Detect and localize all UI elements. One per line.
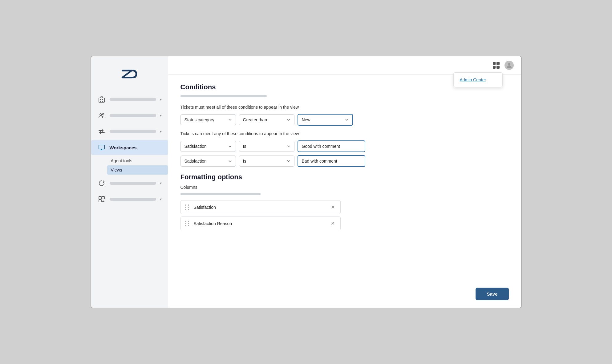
any-condition-row-0: Satisfaction Is	[180, 140, 509, 152]
svg-rect-11	[99, 200, 101, 202]
any-condition-value-1[interactable]	[298, 155, 365, 167]
drag-handle-0[interactable]	[185, 204, 190, 210]
sidebar-item-buildings[interactable]: ▾	[91, 92, 168, 107]
svg-rect-0	[99, 98, 104, 102]
any-condition-operator-0[interactable]: Is	[239, 141, 294, 152]
nav-item-label-bar	[110, 182, 156, 185]
sidebar-item-apps[interactable]: ▾	[91, 192, 168, 207]
any-condition-field-1[interactable]: Satisfaction	[180, 156, 236, 167]
nav-item-label-bar	[110, 130, 156, 133]
columns-bar	[180, 193, 261, 195]
grid-icon[interactable]	[493, 62, 500, 69]
svg-rect-10	[102, 196, 104, 199]
any-condition-field-0[interactable]: Satisfaction	[180, 141, 236, 152]
drag-handle-1[interactable]	[185, 221, 190, 226]
main-content: Admin Center Conditions Tickets must mee…	[168, 56, 521, 308]
sub-nav: Agent tools Views	[91, 156, 168, 175]
column-row-1: Satisfaction Reason ✕	[180, 216, 341, 230]
svg-rect-13	[102, 201, 104, 202]
svg-rect-2	[102, 99, 103, 100]
svg-rect-1	[100, 99, 101, 100]
svg-point-7	[102, 114, 104, 115]
logo	[91, 61, 168, 92]
all-condition-value-0[interactable]: New	[298, 114, 353, 126]
apps-icon	[97, 195, 106, 204]
sidebar-item-agent-tools[interactable]: Agent tools	[107, 156, 168, 165]
admin-center-link[interactable]: Admin Center	[460, 77, 486, 82]
topbar-icons	[493, 61, 514, 70]
svg-rect-9	[99, 196, 101, 199]
save-row: Save	[168, 281, 521, 308]
columns-label: Columns	[180, 185, 509, 190]
column-name-1: Satisfaction Reason	[194, 221, 330, 226]
sidebar-item-views[interactable]: Views	[107, 165, 168, 175]
chevron-down-icon: ▾	[160, 129, 162, 134]
column-remove-0[interactable]: ✕	[330, 204, 336, 211]
chevron-down-icon: ▾	[160, 181, 162, 185]
channels-icon	[97, 127, 106, 136]
nav-item-label-bar	[110, 114, 156, 117]
column-name-0: Satisfaction	[194, 205, 330, 210]
formatting-heading: Formatting options	[180, 173, 509, 181]
svg-point-6	[100, 114, 102, 115]
any-conditions-desc: Tickets can meet any of these conditions…	[180, 131, 509, 136]
svg-rect-3	[100, 101, 101, 102]
chevron-down-icon: ▾	[160, 97, 162, 102]
sidebar-nav: ▾ ▾ ▾	[91, 92, 168, 207]
any-condition-value-0[interactable]	[298, 140, 365, 152]
all-conditions-desc: Tickets must meet all of these condition…	[180, 105, 509, 110]
content-area: Conditions Tickets must meet all of thes…	[168, 75, 521, 281]
routing-icon	[97, 179, 106, 188]
buildings-icon	[97, 95, 106, 104]
topbar: Admin Center	[168, 56, 521, 75]
nav-item-label-bar	[110, 98, 156, 101]
column-row-0: Satisfaction ✕	[180, 200, 341, 214]
zendesk-logo	[120, 67, 139, 83]
svg-rect-8	[99, 145, 104, 149]
any-condition-operator-1[interactable]: Is	[239, 156, 294, 167]
sidebar-item-workspaces-label: Workspaces	[110, 145, 137, 150]
save-button[interactable]: Save	[476, 288, 509, 300]
all-condition-row-0: Status category Greater than New	[180, 114, 509, 126]
chevron-down-icon: ▾	[160, 113, 162, 118]
nav-item-label-bar	[110, 198, 156, 201]
conditions-bar	[180, 95, 267, 97]
sidebar: ▾ ▾ ▾	[91, 56, 168, 308]
svg-point-14	[508, 63, 510, 66]
admin-center-dropdown: Admin Center	[453, 72, 503, 87]
sidebar-item-routing[interactable]: ▾	[91, 176, 168, 191]
svg-rect-4	[102, 101, 103, 102]
workspaces-icon	[97, 143, 106, 152]
chevron-down-icon: ▾	[160, 197, 162, 201]
sidebar-item-channels[interactable]: ▾	[91, 124, 168, 139]
people-icon	[97, 111, 106, 120]
any-condition-row-1: Satisfaction Is	[180, 155, 509, 167]
user-avatar[interactable]	[505, 61, 514, 70]
sidebar-item-people[interactable]: ▾	[91, 108, 168, 123]
sidebar-item-workspaces[interactable]: Workspaces	[91, 140, 168, 155]
svg-rect-5	[101, 97, 103, 98]
all-condition-operator-0[interactable]: Greater than	[239, 114, 294, 125]
column-remove-1[interactable]: ✕	[330, 220, 336, 227]
all-condition-field-0[interactable]: Status category	[180, 114, 236, 125]
